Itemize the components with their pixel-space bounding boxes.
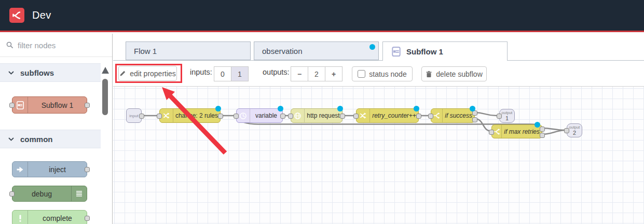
tab-label: Subflow 1 bbox=[406, 47, 443, 56]
node-input-port[interactable] bbox=[428, 114, 433, 119]
node-output-port[interactable] bbox=[85, 167, 90, 172]
node-output-port[interactable] bbox=[280, 114, 285, 119]
node-output-port-2[interactable] bbox=[540, 133, 545, 138]
node-red-logo-icon bbox=[11, 10, 22, 21]
node-changed-dot bbox=[215, 106, 221, 111]
palette-node-debug[interactable]: debug bbox=[12, 186, 87, 202]
node-output-port[interactable] bbox=[139, 114, 144, 119]
inputs-toggle: 0 1 bbox=[214, 66, 249, 81]
node-red-logo bbox=[9, 8, 24, 23]
inputs-option-1[interactable]: 1 bbox=[231, 66, 249, 81]
node-output-port[interactable] bbox=[218, 114, 223, 119]
node-label: variable bbox=[250, 109, 282, 122]
node-input-port[interactable] bbox=[234, 114, 239, 119]
node-changed-dot bbox=[414, 106, 419, 111]
flow-node-if-max-retries[interactable]: if max retries bbox=[491, 124, 542, 138]
category-label: subflows bbox=[20, 68, 54, 77]
node-label: change: 2 rules bbox=[173, 109, 220, 122]
flow-tab-bar: Flow 1 observation Subflow 1 bbox=[113, 41, 644, 61]
app-header: Dev bbox=[0, 0, 644, 32]
tab-flow-1[interactable]: Flow 1 bbox=[126, 41, 251, 60]
output-node-number: 1 bbox=[505, 115, 509, 121]
delete-subflow-button[interactable]: delete subflow bbox=[421, 66, 487, 81]
node-label: if success bbox=[443, 109, 474, 122]
inject-icon bbox=[12, 162, 28, 177]
delete-subflow-label: delete subflow bbox=[436, 70, 483, 78]
flow-node-http-request[interactable]: http request bbox=[291, 108, 342, 123]
tab-changed-dot bbox=[369, 44, 375, 50]
node-input-port[interactable] bbox=[288, 114, 293, 119]
palette-node-label: complete bbox=[28, 211, 87, 224]
trash-icon bbox=[426, 71, 432, 78]
palette-node-label: inject bbox=[28, 162, 87, 177]
node-output-port[interactable] bbox=[416, 114, 421, 119]
flow-node-if-success[interactable]: if success bbox=[431, 108, 475, 123]
status-node-checkbox[interactable] bbox=[358, 70, 365, 78]
scrollbar-up-arrow[interactable] bbox=[102, 67, 109, 74]
inputs-label: inputs: bbox=[190, 68, 212, 76]
node-changed-dot bbox=[535, 122, 540, 128]
node-label: http request bbox=[305, 109, 342, 122]
palette-node-subflow-1[interactable]: Subflow 1 bbox=[12, 96, 87, 114]
node-changed-dot bbox=[278, 106, 283, 111]
node-input-port[interactable] bbox=[9, 191, 15, 197]
flow-node-output-2[interactable]: output 2 bbox=[567, 123, 582, 137]
pencil-icon bbox=[119, 70, 126, 77]
node-input-port[interactable] bbox=[9, 103, 15, 108]
outputs-label: outputs: bbox=[263, 68, 290, 76]
workspace-title: Dev bbox=[32, 9, 51, 21]
node-input-port[interactable] bbox=[564, 128, 569, 133]
output-node-label: output bbox=[569, 125, 580, 130]
tab-observation[interactable]: observation bbox=[254, 41, 379, 60]
subflow-icon bbox=[391, 46, 402, 57]
flow-node-retry-counter[interactable]: retry_counter++ bbox=[356, 108, 419, 123]
scrollbar-thumb[interactable] bbox=[102, 79, 108, 115]
flow-node-variable[interactable]: variable bbox=[236, 108, 283, 123]
node-changed-dot bbox=[337, 106, 343, 111]
outputs-increment-button[interactable]: + bbox=[325, 66, 342, 81]
tab-subflow-1[interactable]: Subflow 1 bbox=[382, 41, 508, 61]
edit-properties-label: edit properties bbox=[130, 69, 176, 78]
subflow-toolbar: edit properties inputs: 0 1 outputs: − 2… bbox=[113, 61, 644, 87]
palette-search[interactable] bbox=[0, 34, 112, 57]
output-node-number: 2 bbox=[573, 130, 576, 136]
node-input-port[interactable] bbox=[489, 130, 494, 135]
category-label: common bbox=[20, 135, 53, 144]
tab-label: observation bbox=[262, 47, 303, 55]
node-input-port[interactable] bbox=[497, 114, 502, 119]
node-label: retry_counter++ bbox=[370, 109, 418, 122]
palette-sidebar: subflows Subflow 1 common inject bbox=[0, 34, 113, 224]
outputs-count: 2 bbox=[308, 66, 325, 81]
node-output-port[interactable] bbox=[85, 103, 90, 108]
palette-node-complete[interactable]: complete bbox=[12, 210, 87, 224]
search-icon bbox=[6, 41, 13, 49]
outputs-decrement-button[interactable]: − bbox=[291, 66, 308, 81]
node-output-port[interactable] bbox=[340, 114, 345, 119]
status-node-label: status node bbox=[369, 70, 406, 78]
node-output-port[interactable] bbox=[85, 216, 90, 221]
exclamation-icon bbox=[12, 211, 28, 224]
outputs-stepper: − 2 + bbox=[291, 66, 342, 81]
palette-node-label: Subflow 1 bbox=[28, 97, 87, 113]
tab-label: Flow 1 bbox=[134, 47, 157, 55]
flow-node-change-2-rules[interactable]: change: 2 rules bbox=[159, 108, 221, 123]
node-input-port[interactable] bbox=[353, 114, 359, 119]
node-output-port-2[interactable] bbox=[472, 117, 477, 122]
flow-canvas[interactable] bbox=[113, 87, 644, 224]
flow-node-output-1[interactable]: output 1 bbox=[499, 109, 515, 123]
flow-node-input[interactable]: input bbox=[126, 108, 142, 123]
category-common[interactable]: common bbox=[0, 130, 101, 148]
subflow-icon bbox=[12, 97, 28, 113]
palette-node-inject[interactable]: inject bbox=[12, 161, 87, 177]
inputs-option-0[interactable]: 0 bbox=[214, 66, 231, 81]
node-changed-dot bbox=[470, 106, 475, 111]
node-label: input bbox=[129, 114, 138, 118]
status-node-toggle[interactable]: status node bbox=[352, 66, 413, 81]
node-input-port[interactable] bbox=[157, 114, 162, 119]
node-output-port-1[interactable] bbox=[540, 127, 545, 132]
debug-list-icon bbox=[71, 186, 87, 201]
category-subflows[interactable]: subflows bbox=[0, 63, 101, 82]
output-node-label: output bbox=[502, 111, 513, 115]
edit-properties-button[interactable]: edit properties bbox=[118, 66, 177, 81]
search-input[interactable] bbox=[18, 41, 101, 50]
